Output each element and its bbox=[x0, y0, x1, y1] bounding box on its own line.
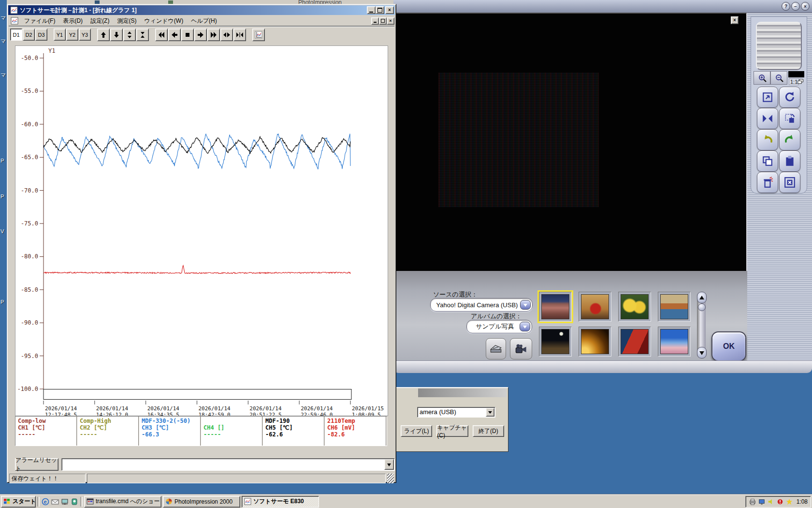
tray-printer-icon[interactable] bbox=[749, 498, 756, 506]
desktop-icon-label[interactable]: マ bbox=[0, 72, 6, 79]
tray-volume-icon[interactable] bbox=[767, 498, 775, 506]
quicklaunch-channels-icon[interactable] bbox=[70, 497, 79, 506]
arrow-down-button[interactable] bbox=[110, 29, 123, 41]
expand-horizontal-button[interactable] bbox=[220, 29, 233, 41]
toolbar-button-d3[interactable]: D3 bbox=[35, 29, 47, 41]
quicklaunch-desktop-icon[interactable] bbox=[60, 497, 69, 506]
alarm-combobox[interactable] bbox=[61, 458, 395, 471]
mdi-child-icon[interactable] bbox=[11, 17, 18, 25]
thumbnail-night-skyline[interactable] bbox=[539, 327, 572, 357]
menu-z[interactable]: 設定(Z) bbox=[87, 16, 113, 26]
resize-grip[interactable] bbox=[387, 474, 394, 483]
double-left-button[interactable] bbox=[155, 29, 168, 41]
start-button[interactable]: スタート bbox=[1, 496, 36, 508]
tray-display-icon[interactable] bbox=[758, 498, 766, 506]
live-button[interactable]: ライブ(L) bbox=[401, 425, 432, 437]
redo-button[interactable] bbox=[779, 129, 800, 150]
expand-vertical-button[interactable] bbox=[123, 29, 136, 41]
arrow-right-button[interactable] bbox=[194, 29, 207, 41]
camera-dropdown-arrow-icon[interactable] bbox=[486, 408, 494, 417]
copy-button[interactable] bbox=[757, 150, 778, 172]
zoom-out-button[interactable] bbox=[770, 71, 787, 85]
paste-button[interactable] bbox=[779, 150, 800, 172]
legend-cell-ch5: MDF-190CH5 [℃]-62.6 bbox=[263, 417, 325, 446]
exit-button[interactable]: 終了(D) bbox=[473, 425, 504, 437]
thumbnail-ship-red-hull[interactable] bbox=[618, 327, 651, 357]
thumbnail-canyon-rock-spires[interactable] bbox=[539, 292, 572, 322]
scrollbar-thumb[interactable] bbox=[698, 303, 706, 311]
quicklaunch-ie-icon[interactable]: e bbox=[41, 497, 50, 506]
crop-rotate-button[interactable] bbox=[779, 108, 800, 129]
toolbar-button-d2[interactable]: D2 bbox=[23, 29, 35, 41]
scrollbar-up-icon[interactable] bbox=[697, 292, 707, 303]
rotate-button[interactable] bbox=[779, 87, 800, 108]
alarm-reset-button[interactable]: アラームリセット bbox=[15, 458, 58, 471]
cascade-icon[interactable] bbox=[798, 78, 804, 87]
desktop-icon-label[interactable]: P bbox=[0, 194, 4, 199]
thumbnail-harbor-town[interactable] bbox=[658, 292, 691, 322]
menu-f[interactable]: ファイル(F) bbox=[20, 16, 59, 26]
tray-alert-icon[interactable] bbox=[776, 498, 784, 506]
double-right-button[interactable] bbox=[207, 29, 220, 41]
album-select-combobox[interactable]: サンプル写真 bbox=[466, 320, 532, 333]
pi-close-button[interactable]: × bbox=[801, 2, 810, 11]
zoom-in-button[interactable] bbox=[754, 71, 770, 85]
task-button[interactable]: PhotoImpression 2000 bbox=[163, 496, 240, 508]
thermo-titlebar[interactable]: ソフトサーモ計測－計測1 - [折れ線グラフ 1] × bbox=[8, 5, 395, 15]
arrow-left-button[interactable] bbox=[168, 29, 181, 41]
pi-minimize-button[interactable]: − bbox=[791, 2, 800, 11]
compress-horizontal-button[interactable] bbox=[233, 29, 246, 41]
mdi-close-button[interactable]: × bbox=[387, 17, 394, 25]
close-button[interactable]: × bbox=[385, 6, 394, 14]
quicklaunch-mail-icon[interactable] bbox=[51, 497, 59, 506]
compress-vertical-button[interactable] bbox=[136, 29, 149, 41]
menu-s[interactable]: 測定(S) bbox=[113, 16, 140, 26]
mdi-restore-button[interactable] bbox=[379, 17, 387, 25]
tray-star-icon[interactable] bbox=[785, 498, 793, 506]
restore-button[interactable] bbox=[376, 6, 384, 14]
toolbar-button-d1[interactable]: D1 bbox=[10, 29, 22, 41]
resize-button[interactable] bbox=[757, 87, 778, 108]
task-button[interactable]: transfile.cmd へのショート... bbox=[84, 496, 161, 508]
stop-button[interactable] bbox=[181, 29, 194, 41]
undo-button[interactable] bbox=[757, 129, 778, 150]
toolbar-button-y2[interactable]: Y2 bbox=[66, 29, 78, 41]
thumbnail-sky-pink-clouds[interactable] bbox=[658, 327, 691, 357]
acquire-camera-button[interactable] bbox=[510, 338, 532, 359]
ok-button[interactable]: OK bbox=[711, 331, 746, 361]
menu-h[interactable]: ヘルプ(H) bbox=[187, 16, 221, 26]
graph-settings-button[interactable] bbox=[252, 29, 265, 41]
thumbnail-red-cardinal-bird[interactable] bbox=[579, 292, 611, 322]
menu-w[interactable]: ウィンドウ(W) bbox=[140, 16, 187, 26]
scrollbar-down-icon[interactable] bbox=[697, 347, 707, 359]
tool-panel-grip[interactable] bbox=[756, 22, 802, 70]
source-dropdown-arrow-icon[interactable] bbox=[520, 300, 531, 310]
arrow-up-button[interactable] bbox=[97, 29, 110, 41]
flip-horizontal-button[interactable] bbox=[757, 108, 778, 129]
thumbnail-yellow-flowers[interactable] bbox=[618, 292, 651, 322]
desktop-icon-label[interactable]: V bbox=[0, 228, 4, 234]
pi-image-close-icon[interactable]: × bbox=[731, 16, 739, 24]
desktop-icon-label[interactable]: マ bbox=[0, 38, 6, 45]
desktop-icon-label[interactable]: P bbox=[0, 158, 4, 164]
dialog-titlebar[interactable] bbox=[418, 388, 507, 397]
album-dropdown-arrow-icon[interactable] bbox=[520, 322, 530, 331]
task-button[interactable]: ソフトサーモ E830 bbox=[242, 496, 319, 508]
thumbnail-scrollbar[interactable] bbox=[697, 292, 706, 359]
desktop-icon-label[interactable]: マ bbox=[0, 15, 6, 22]
acquire-scanner-button[interactable] bbox=[486, 338, 506, 359]
alarm-dropdown-arrow-icon[interactable] bbox=[384, 459, 394, 470]
toolbar-button-y3[interactable]: Y3 bbox=[79, 29, 91, 41]
help-button[interactable]: ? bbox=[782, 2, 790, 11]
mdi-minimize-button[interactable] bbox=[371, 17, 379, 25]
thumbnail-golden-light-streaks[interactable] bbox=[579, 327, 611, 357]
close-image-button[interactable] bbox=[779, 172, 800, 193]
desktop-icon-label[interactable]: P bbox=[0, 299, 4, 305]
camera-source-combobox[interactable]: amera (USB) bbox=[417, 407, 495, 418]
capture-button[interactable]: キャプチャ(C) bbox=[436, 425, 468, 437]
source-select-combobox[interactable]: Yahoo! Digital Camera (USB) bbox=[430, 298, 533, 312]
delete-button[interactable] bbox=[757, 172, 778, 193]
menu-d[interactable]: 表示(D) bbox=[59, 16, 87, 26]
toolbar-button-y1[interactable]: Y1 bbox=[54, 29, 66, 41]
minimize-button[interactable] bbox=[367, 6, 376, 14]
